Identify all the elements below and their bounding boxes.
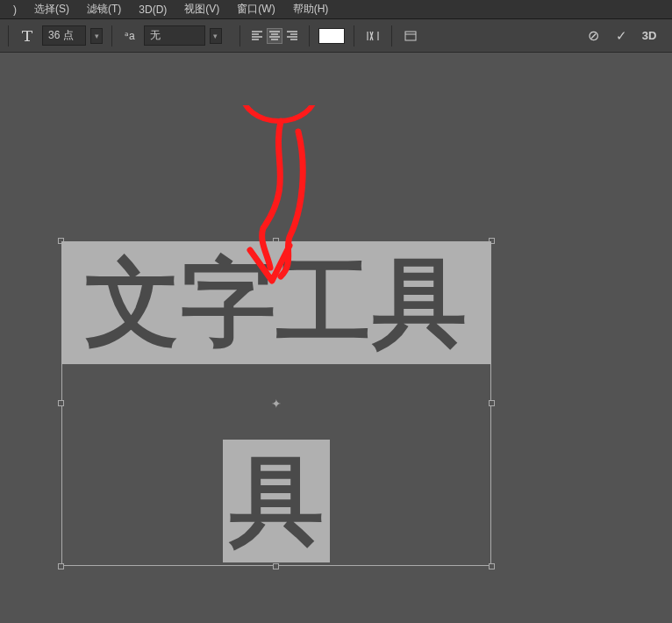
menu-view[interactable]: 视图(V) <box>175 2 228 17</box>
divider <box>309 25 310 47</box>
menu-3d[interactable]: 3D(D) <box>130 4 175 16</box>
text-bounding-box[interactable]: ✦ 文字工具 具 <box>61 241 491 566</box>
text-selection-line1: 文字工具 <box>61 241 491 364</box>
resize-handle-ml[interactable] <box>58 400 64 406</box>
center-point-icon: ✦ <box>271 397 282 411</box>
antialias-dropdown[interactable]: 无 <box>144 25 205 46</box>
menu-help[interactable]: 帮助(H) <box>284 2 338 17</box>
options-bar: 36 点 ▾ ᵃa 无 ▾ ⊘ ✓ 3D <box>0 19 672 53</box>
font-size-dropdown[interactable]: ▾ <box>90 28 103 44</box>
text-selection-line2: 具 <box>223 440 330 562</box>
svg-rect-0 <box>405 32 416 40</box>
svg-point-2 <box>242 105 316 121</box>
menu-select[interactable]: 选择(S) <box>25 2 78 17</box>
cancel-icon[interactable]: ⊘ <box>583 26 603 46</box>
align-center-button[interactable] <box>267 28 282 44</box>
text-content-line1: 文字工具 <box>85 255 468 350</box>
warp-text-button[interactable] <box>363 26 382 46</box>
divider <box>354 25 354 47</box>
menubar: ) 选择(S) 滤镜(T) 3D(D) 视图(V) 窗口(W) 帮助(H) <box>0 0 672 19</box>
text-align-group <box>249 28 300 44</box>
3d-icon[interactable]: 3D <box>640 26 659 46</box>
antialias-dropdown-arrow[interactable]: ▾ <box>210 28 222 44</box>
resize-handle-bm[interactable] <box>273 563 279 569</box>
divider <box>239 25 240 47</box>
align-left-button[interactable] <box>249 28 265 44</box>
commit-controls: ⊘ ✓ 3D <box>583 26 672 46</box>
align-right-button[interactable] <box>284 28 300 44</box>
canvas[interactable]: ✦ 文字工具 具 <box>0 53 672 623</box>
resize-handle-bl[interactable] <box>58 563 64 569</box>
divider <box>8 25 9 47</box>
resize-handle-mr[interactable] <box>489 400 495 406</box>
antialias-icon: ᵃa <box>121 30 139 42</box>
text-content-line2: 具 <box>229 454 325 548</box>
text-tool-icon[interactable] <box>18 26 37 46</box>
text-color-swatch[interactable] <box>318 28 345 44</box>
menu-filter[interactable]: 滤镜(T) <box>78 2 130 17</box>
character-panel-button[interactable] <box>401 26 420 46</box>
menu-window[interactable]: 窗口(W) <box>228 2 283 17</box>
font-size-input[interactable]: 36 点 <box>42 25 86 46</box>
commit-icon[interactable]: ✓ <box>611 26 631 46</box>
resize-handle-br[interactable] <box>489 563 495 569</box>
divider <box>111 25 112 47</box>
menu-item[interactable]: ) <box>4 4 25 16</box>
divider <box>391 25 392 47</box>
